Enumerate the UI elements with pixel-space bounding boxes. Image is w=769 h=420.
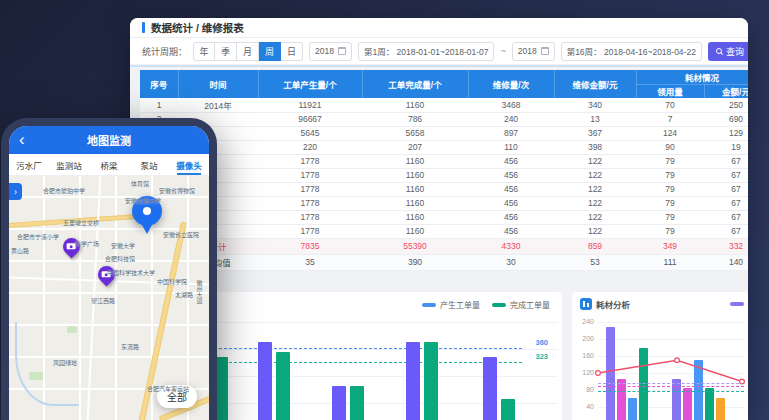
- legend-marker-clipped: [730, 302, 744, 306]
- table-cell: 122: [554, 224, 636, 238]
- tab-泵站[interactable]: 泵站: [129, 154, 169, 175]
- breadcrumb-accent: [142, 22, 145, 33]
- table-row: 5177811604561227967: [140, 154, 748, 168]
- table-cell: 3468: [468, 98, 554, 112]
- tab-摄像头[interactable]: 摄像头: [169, 154, 209, 175]
- table-cell: 456: [468, 168, 554, 182]
- map-label: 科学广场: [75, 239, 99, 248]
- table-cell: 456: [468, 154, 554, 168]
- table-cell: 859: [554, 238, 636, 254]
- query-button[interactable]: 查询: [708, 42, 748, 61]
- table-cell: 19: [704, 140, 748, 154]
- table-cell: 456: [468, 224, 554, 238]
- table-cell: 456: [468, 196, 554, 210]
- legend-item[interactable]: 产生工单量: [422, 299, 480, 310]
- period-segmented: 年季月周日: [193, 42, 303, 61]
- bar-group2-2: [683, 388, 692, 420]
- chart-title-row: 耗材分析: [580, 298, 630, 310]
- table-cell: 240: [468, 112, 554, 126]
- map-label: 中国科学院: [157, 277, 187, 286]
- table-cell: 1778: [258, 196, 362, 210]
- period-option-年[interactable]: 年: [193, 42, 215, 61]
- reference-line-label: 323: [535, 352, 548, 361]
- table-cell: 79: [636, 154, 704, 168]
- table-row: 12014年119211160346834070250: [140, 98, 748, 112]
- period-option-日[interactable]: 日: [281, 42, 303, 61]
- legend-item[interactable]: 完成工单量: [492, 299, 550, 310]
- table-cell: 1160: [362, 210, 468, 224]
- table-row: 10177811604561227967: [140, 224, 748, 238]
- table-cell: 1160: [362, 196, 468, 210]
- table-cell: 110: [468, 140, 554, 154]
- tab-监测站[interactable]: 监测站: [49, 154, 89, 175]
- grid-line: [598, 322, 744, 323]
- table-cell: 367: [554, 126, 636, 140]
- sub-column-header: 金额/元: [704, 84, 748, 98]
- period-option-季[interactable]: 季: [215, 42, 237, 61]
- map-label: 中国科学技术大学: [107, 268, 155, 277]
- table-cell: 67: [704, 224, 748, 238]
- table-cell: 35: [258, 254, 362, 270]
- table-cell: 13: [554, 112, 636, 126]
- week-start-value: 第1周： 2018-01-01~2018-01-07: [364, 45, 489, 57]
- period-option-周[interactable]: 周: [259, 42, 281, 61]
- table-cell: 122: [554, 154, 636, 168]
- query-label: 查询: [726, 45, 744, 58]
- chart-title: 耗材分析: [596, 298, 630, 310]
- column-header: 时间: [178, 70, 258, 98]
- table-cell: 207: [362, 140, 468, 154]
- range-separator: ~: [500, 46, 505, 56]
- table-cell: 5645: [258, 126, 362, 140]
- reference-line: [598, 386, 744, 387]
- phone-header: ‹ 地图监测: [9, 126, 209, 154]
- year-select-start[interactable]: 2018: [309, 42, 352, 61]
- tab-污水厂[interactable]: 污水厂: [9, 154, 49, 175]
- calendar-icon: [338, 47, 346, 55]
- table-cell: 79: [636, 224, 704, 238]
- week-range-start[interactable]: 第1周： 2018-01-01~2018-01-07: [358, 42, 495, 61]
- table-cell: 1160: [362, 98, 468, 112]
- map-expander-button[interactable]: ›: [9, 183, 22, 200]
- year-start-value: 2018: [315, 46, 334, 56]
- bar-group2-4: [705, 388, 714, 420]
- table-cell: 7835: [258, 238, 362, 254]
- table-cell: 1160: [362, 224, 468, 238]
- map-label: 徽州大道: [195, 280, 204, 304]
- period-option-月[interactable]: 月: [237, 42, 259, 61]
- y-axis-tick: 80: [572, 386, 594, 393]
- bar-完成工单量-5: [501, 399, 515, 420]
- year-end-value: 2018: [518, 46, 537, 56]
- park: [67, 326, 77, 333]
- table-cell: 124: [636, 126, 704, 140]
- table-cell: 456: [468, 210, 554, 224]
- map-label: 合肥汽车客运站: [147, 384, 189, 393]
- table-cell: 140: [704, 254, 748, 270]
- week-range-end[interactable]: 第16周： 2018-04-16~2018-04-22: [561, 42, 702, 61]
- tab-桥梁[interactable]: 桥梁: [89, 154, 129, 175]
- map-label: 安徽省博物馆: [159, 186, 195, 195]
- table-cell: 398: [554, 140, 636, 154]
- group-column-header: 耗材情况: [636, 70, 748, 84]
- table-cell: 1778: [258, 224, 362, 238]
- map-label: 安徽大学: [111, 241, 135, 250]
- table-cell: 690: [704, 112, 748, 126]
- back-icon[interactable]: ‹: [19, 127, 25, 153]
- bar-产生工单量-2: [258, 342, 272, 420]
- dashboard-panel: 数据统计 / 维修报表 统计周期： 年季月周日 2018 第1周： 2018-0…: [130, 18, 748, 420]
- bar-产生工单量-3: [332, 386, 346, 420]
- year-select-end[interactable]: 2018: [512, 42, 555, 61]
- table-cell: 79: [636, 182, 704, 196]
- table-cell: 67: [704, 168, 748, 182]
- bar-产生工单量-5: [483, 357, 497, 420]
- map-canvas[interactable]: › 全部 合肥市琥珀中学体育馆安徽省博物馆安徽交通大学五里墩立交桥安徽省立医院合…: [9, 176, 209, 420]
- column-header: 工单产生量/个: [258, 70, 362, 98]
- table-cell: 332: [704, 238, 748, 254]
- table-cell: 456: [468, 182, 554, 196]
- table-cell: 55390: [362, 238, 468, 254]
- bar-group1-2: [617, 379, 626, 420]
- y-axis-tick: 240: [572, 318, 594, 325]
- table-row-total: 合计7835553904330859349332: [140, 238, 748, 254]
- bar-chart-icon: [580, 298, 592, 310]
- table-cell: 122: [554, 196, 636, 210]
- screenshot-stage: 数据统计 / 维修报表 统计周期： 年季月周日 2018 第1周： 2018-0…: [0, 0, 769, 420]
